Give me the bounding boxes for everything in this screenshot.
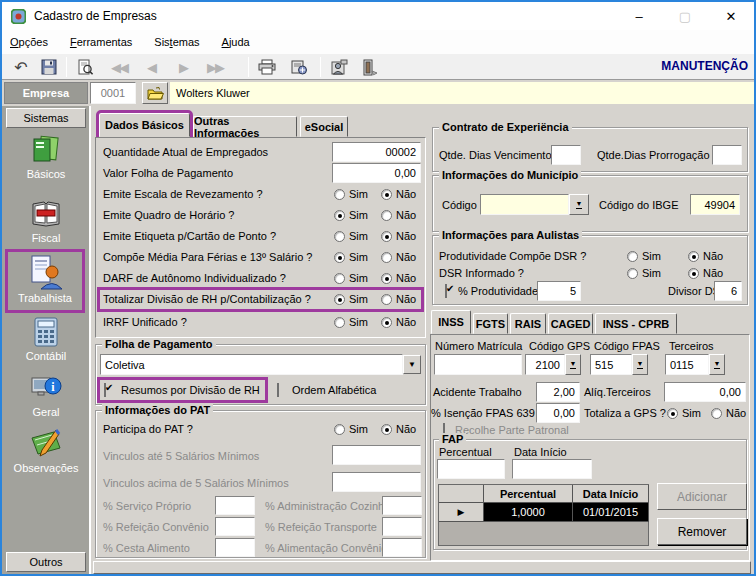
last-record-button[interactable]: ▶▶ bbox=[202, 55, 228, 79]
grid-row-selector[interactable]: ▶ bbox=[439, 503, 484, 522]
dias-vencimento-field[interactable] bbox=[551, 145, 581, 165]
resumos-checkbox[interactable] bbox=[104, 383, 106, 397]
calculator-icon bbox=[31, 316, 61, 348]
servico-proprio-field[interactable] bbox=[215, 496, 255, 515]
sim-radio[interactable]: Sim bbox=[627, 250, 661, 262]
tab-fgts[interactable]: FGTS bbox=[473, 313, 508, 334]
company-name-field[interactable]: Wolters Kluwer bbox=[170, 82, 754, 104]
sim-radio[interactable]: Sim bbox=[627, 267, 661, 279]
terceiros-field[interactable]: 0115 bbox=[665, 354, 709, 375]
radio-label: Não bbox=[396, 188, 416, 200]
acidente-trabalho-field[interactable]: 2,00 bbox=[536, 382, 580, 402]
tab-outras-informacoes[interactable]: Outras Informações bbox=[193, 116, 297, 137]
sim-radio[interactable]: Sim bbox=[334, 230, 368, 242]
sidebar-item-geral[interactable]: i Geral bbox=[2, 372, 90, 418]
save-button[interactable] bbox=[36, 55, 62, 79]
minimize-button[interactable]: – bbox=[616, 2, 662, 30]
nao-radio[interactable]: Não bbox=[381, 251, 416, 263]
nao-radio[interactable]: Não bbox=[381, 293, 416, 305]
ordem-alfabetica-checkbox[interactable] bbox=[277, 383, 279, 397]
vinculos-ate-field[interactable] bbox=[332, 445, 421, 465]
nao-radio[interactable]: Não bbox=[711, 407, 746, 419]
previous-record-button[interactable]: ◀ bbox=[138, 55, 164, 79]
tab-rais[interactable]: RAIS bbox=[510, 313, 546, 334]
sim-radio[interactable]: Sim bbox=[334, 209, 368, 221]
sidebar-item-basicos[interactable]: Básicos bbox=[2, 134, 90, 180]
company-code-field[interactable]: 0001 bbox=[90, 82, 136, 104]
sidebar-item-fiscal[interactable]: Fiscal bbox=[2, 198, 90, 244]
tab-inss[interactable]: INSS bbox=[431, 310, 471, 334]
codigo-fpas-field[interactable]: 515 bbox=[590, 354, 632, 375]
nao-radio[interactable]: Não bbox=[381, 209, 416, 221]
produtividade-field[interactable]: 5 bbox=[537, 281, 581, 301]
combo-dropdown-button[interactable]: ▼ bbox=[403, 355, 421, 374]
sim-radio[interactable]: Sim bbox=[334, 293, 368, 305]
administracao-cozinha-field[interactable] bbox=[382, 496, 422, 515]
grid-cell-percentual[interactable]: 1,0000 bbox=[484, 503, 573, 522]
close-button[interactable]: ✕ bbox=[708, 2, 754, 30]
open-company-button[interactable] bbox=[142, 82, 168, 104]
sim-radio[interactable]: Sim bbox=[334, 423, 368, 435]
divisor-dsr-field[interactable]: 6 bbox=[714, 281, 742, 301]
codigo-dropdown-button[interactable]: ▼ bbox=[569, 194, 589, 215]
isencao-fpas-field[interactable]: 0,00 bbox=[536, 403, 580, 423]
nao-radio[interactable]: Não bbox=[688, 250, 723, 262]
codigo-municipio-combo[interactable] bbox=[480, 194, 569, 215]
sidebar-item-trabalhista[interactable]: Trabalhista bbox=[8, 252, 82, 310]
refeicao-convenio-field[interactable] bbox=[215, 517, 255, 536]
nao-radio[interactable]: Não bbox=[688, 267, 723, 279]
menu-ferramentas[interactable]: Ferramentas bbox=[70, 36, 132, 48]
sim-radio[interactable]: Sim bbox=[667, 407, 701, 419]
quantidade-empregados-field[interactable]: 00002 bbox=[332, 142, 421, 162]
aliq-terceiros-field[interactable]: 0,00 bbox=[664, 382, 746, 402]
operator-button[interactable] bbox=[326, 55, 352, 79]
vinculos-acima-field[interactable] bbox=[332, 472, 421, 492]
nao-radio[interactable]: Não bbox=[381, 423, 416, 435]
tab-dados-basicos[interactable]: Dados Básicos bbox=[99, 113, 190, 137]
grid-cell-data-inicio[interactable]: 01/01/2015 bbox=[573, 503, 649, 522]
tab-esocial[interactable]: eSocial bbox=[300, 116, 348, 137]
nao-radio[interactable]: Não bbox=[381, 272, 416, 284]
fap-percentual-field[interactable] bbox=[437, 459, 505, 479]
preview-button[interactable] bbox=[72, 55, 98, 79]
radio-circle bbox=[334, 210, 345, 221]
folha-pagamento-combo[interactable]: Coletiva bbox=[100, 354, 403, 375]
codigo-ibge-field[interactable]: 49904 bbox=[690, 194, 740, 215]
exit-button[interactable] bbox=[356, 55, 382, 79]
fpas-dropdown-button[interactable]: ▼ bbox=[632, 354, 648, 375]
tab-inss-cprb[interactable]: INSS - CPRB bbox=[595, 313, 677, 334]
sidebar-sistemas-button[interactable]: Sistemas bbox=[6, 108, 86, 128]
sim-radio[interactable]: Sim bbox=[334, 188, 368, 200]
alimentacao-convenio-field[interactable] bbox=[382, 538, 422, 557]
nao-radio[interactable]: Não bbox=[381, 230, 416, 242]
menu-opcoes[interactable]: Opções bbox=[10, 36, 48, 48]
fap-data-inicio-field[interactable] bbox=[512, 459, 592, 479]
gps-dropdown-button[interactable]: ▼ bbox=[565, 354, 581, 375]
sim-radio[interactable]: Sim bbox=[334, 272, 368, 284]
codigo-gps-field[interactable]: 2100 bbox=[525, 354, 565, 375]
tab-caged[interactable]: CAGED bbox=[548, 313, 593, 334]
first-record-button[interactable]: ◀◀ bbox=[106, 55, 132, 79]
next-record-button[interactable]: ▶ bbox=[170, 55, 196, 79]
sidebar-item-contabil[interactable]: Contábil bbox=[2, 316, 90, 362]
valor-folha-field[interactable]: 0,00 bbox=[332, 163, 421, 183]
undo-button[interactable]: ↶ bbox=[8, 55, 34, 79]
numero-matricula-field[interactable] bbox=[434, 354, 522, 375]
dias-prorrogacao-field[interactable] bbox=[712, 145, 742, 165]
sim-radio[interactable]: Sim bbox=[334, 316, 368, 328]
sim-radio[interactable]: Sim bbox=[334, 251, 368, 263]
cesta-alimento-field[interactable] bbox=[215, 538, 255, 557]
menu-sistemas[interactable]: Sistemas bbox=[154, 36, 199, 48]
maximize-button[interactable]: ▢ bbox=[662, 2, 708, 30]
menu-ajuda[interactable]: Ajuda bbox=[222, 36, 250, 48]
remover-button[interactable]: Remover bbox=[657, 518, 747, 545]
terceiros-dropdown-button[interactable]: ▼ bbox=[709, 354, 725, 375]
produtividade-checkbox[interactable] bbox=[445, 284, 447, 298]
print-report-button[interactable] bbox=[286, 55, 312, 79]
nao-radio[interactable]: Não bbox=[381, 188, 416, 200]
refeicao-transporte-field[interactable] bbox=[382, 517, 422, 536]
sidebar-outros-button[interactable]: Outros bbox=[6, 552, 86, 572]
print-button[interactable] bbox=[254, 55, 280, 79]
sidebar-item-observacoes[interactable]: Observações bbox=[2, 428, 90, 474]
nao-radio[interactable]: Não bbox=[381, 316, 416, 328]
